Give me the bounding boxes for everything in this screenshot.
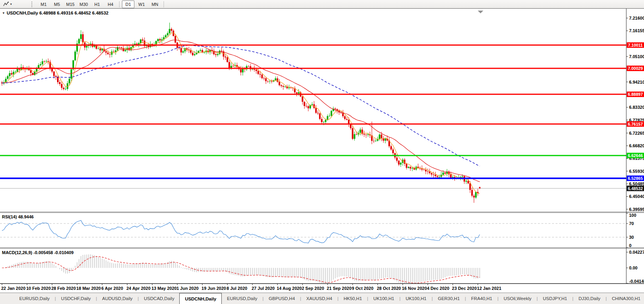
svg-text:18 Mar 2020: 18 Mar 2020	[76, 286, 101, 291]
svg-text:10 Feb 2020: 10 Feb 2020	[26, 286, 51, 291]
macd-label: MACD(12,26,9) -0.005458 -0.010409	[2, 250, 74, 255]
tab-usoil-weekly[interactable]: USOil,Weekly	[499, 293, 537, 304]
svg-text:2 Sep 2020: 2 Sep 2020	[302, 286, 324, 291]
dropdown-caret-icon: ▾	[10, 2, 12, 6]
svg-text:6.39595: 6.39595	[629, 207, 644, 212]
tf-button-h4[interactable]: H4	[104, 0, 117, 8]
svg-text:6.83320: 6.83320	[629, 105, 644, 110]
svg-text:7.21600: 7.21600	[629, 16, 644, 20]
svg-text:7.16155: 7.16155	[629, 28, 644, 33]
tab-china300-h1[interactable]: CHINA300,H1	[607, 293, 644, 304]
svg-text:100: 100	[629, 213, 636, 218]
svg-text:6.76157: 6.76157	[628, 122, 643, 126]
svg-text:▼: ▼	[2, 11, 5, 15]
chart-title: USDCNH,Daily 6.48988 6.49316 6.48452 6.4…	[7, 11, 109, 15]
tab-eurusd-daily[interactable]: EURUSD,Daily	[222, 293, 262, 304]
svg-text:4 Dec 2020: 4 Dec 2020	[427, 286, 449, 291]
svg-text:6.88897: 6.88897	[628, 92, 643, 97]
svg-text:16 Nov 2020: 16 Nov 2020	[402, 286, 427, 291]
price-level-badge: 6.76157	[627, 121, 644, 127]
svg-text:6 Apr 2020: 6 Apr 2020	[101, 286, 123, 291]
tf-button-h1[interactable]: H1	[91, 0, 103, 8]
svg-text:23 Dec 2020: 23 Dec 2020	[452, 286, 477, 291]
svg-text:30: 30	[629, 235, 634, 240]
tf-button-w1[interactable]: W1	[135, 0, 148, 8]
svg-text:13 May 2020: 13 May 2020	[151, 286, 177, 291]
chart-tab-bar: EURUSD,Daily|USDCHF,Daily|AUDUSD,Daily|U…	[0, 293, 644, 304]
tab-usdjpy-h1[interactable]: USDJPY,H1	[538, 293, 572, 304]
tab-fra40-h1[interactable]: FRA40,H1	[466, 293, 497, 304]
rsi-label: RSI(14) 48.9446	[2, 214, 34, 219]
svg-text:14 Aug 2020: 14 Aug 2020	[277, 286, 302, 291]
tf-button-m30[interactable]: M30	[77, 0, 90, 8]
svg-text:12 Jan 2021: 12 Jan 2021	[477, 286, 501, 291]
tf-button-mn[interactable]: MN	[149, 0, 161, 8]
tf-button-m1[interactable]: M1	[37, 0, 50, 8]
svg-text:21 Sep 2020: 21 Sep 2020	[327, 286, 351, 291]
svg-text:7.05100: 7.05100	[629, 54, 644, 59]
tab-uk100-h1[interactable]: UK100,H1	[368, 293, 399, 304]
svg-text:0.042275: 0.042275	[629, 250, 644, 255]
svg-text:6.66820: 6.66820	[629, 143, 644, 148]
polyline-glyph	[3, 2, 9, 7]
price-level-badge: 7.00029	[627, 66, 644, 71]
svg-text:7.00029: 7.00029	[628, 66, 643, 71]
tab-hk50-h1[interactable]: HK50,H1	[339, 293, 367, 304]
svg-text:28 Feb 2020: 28 Feb 2020	[51, 286, 75, 291]
tab-usdchf-daily[interactable]: USDCHF,Daily	[56, 293, 96, 304]
svg-text:6.72265: 6.72265	[629, 131, 644, 136]
svg-text:24 Apr 2020: 24 Apr 2020	[127, 286, 151, 291]
tab-xauusd-h4[interactable]: XAUUSD,H4	[301, 293, 337, 304]
tab-usdcad-daily[interactable]: USDCAD,Daily	[139, 293, 179, 304]
tab-dj30-daily[interactable]: DJ30,Daily	[574, 293, 606, 304]
svg-text:7.10011: 7.10011	[628, 43, 643, 48]
tab-usdcnh-daily[interactable]: USDCNH,Daily	[179, 293, 222, 304]
svg-text:6.94210: 6.94210	[629, 80, 644, 84]
tab-ger30-h1[interactable]: GER30,H1	[433, 293, 465, 304]
tab-audusd-daily[interactable]: AUDUSD,Daily	[97, 293, 138, 304]
svg-text:0.00: 0.00	[629, 266, 637, 270]
trendline-cursor-icon[interactable]: ▾	[2, 1, 13, 8]
price-level-badge: 7.10011	[627, 42, 644, 48]
svg-text:6.62646: 6.62646	[628, 153, 643, 158]
svg-text:6.45040: 6.45040	[629, 194, 644, 199]
tf-button-d1[interactable]: D1	[122, 0, 134, 8]
svg-text:0: 0	[629, 243, 631, 248]
svg-text:6.52865: 6.52865	[628, 176, 643, 181]
current-price-badge: 6.48532	[627, 186, 644, 191]
svg-text:9 Oct 2020: 9 Oct 2020	[352, 286, 374, 291]
tf-button-m5[interactable]: M5	[51, 0, 63, 8]
timeframe-toolbar: ▾ M1M5M15M30H1H4D1W1MN	[0, 0, 644, 9]
svg-text:19 Jun 2020: 19 Jun 2020	[202, 286, 226, 291]
toolbar-drag-handle[interactable]	[31, 2, 34, 7]
price-level-badge: 6.88897	[627, 92, 644, 97]
svg-text:6.55930: 6.55930	[629, 169, 644, 174]
svg-text:28 Oct 2020: 28 Oct 2020	[377, 286, 401, 291]
tab-uk100-h1[interactable]: UK100,H1	[401, 293, 432, 304]
timeframe-buttons: M1M5M15M30H1H4D1W1MN	[37, 0, 166, 8]
toolbar-separator	[164, 1, 164, 7]
svg-text:70: 70	[629, 221, 634, 226]
svg-text:27 Jul 2020: 27 Jul 2020	[252, 286, 275, 291]
tf-button-m15[interactable]: M15	[64, 0, 77, 8]
svg-text:6.50485: 6.50485	[629, 181, 644, 186]
chart-canvas[interactable]: 7.216007.161557.051006.942106.833206.778…	[0, 9, 644, 301]
svg-text:8 Jul 2020: 8 Jul 2020	[226, 286, 247, 291]
price-level-badge: 6.62646	[627, 153, 644, 158]
svg-text:22 Jan 2020: 22 Jan 2020	[1, 286, 26, 291]
tab-gbpusd-h4[interactable]: GBPUSD,H4	[264, 293, 300, 304]
tab-eurusd-daily[interactable]: EURUSD,Daily	[14, 293, 55, 304]
toolbar-separator	[119, 1, 120, 7]
svg-text:1 Jun 2020: 1 Jun 2020	[177, 286, 199, 291]
price-level-badge: 6.52865	[627, 176, 644, 181]
trading-terminal-window: ▾ M1M5M15M30H1H4D1W1MN 7.216007.161557.0…	[0, 0, 644, 304]
svg-text:-0.04148: -0.04148	[629, 279, 644, 284]
svg-text:6.48532: 6.48532	[628, 186, 643, 191]
